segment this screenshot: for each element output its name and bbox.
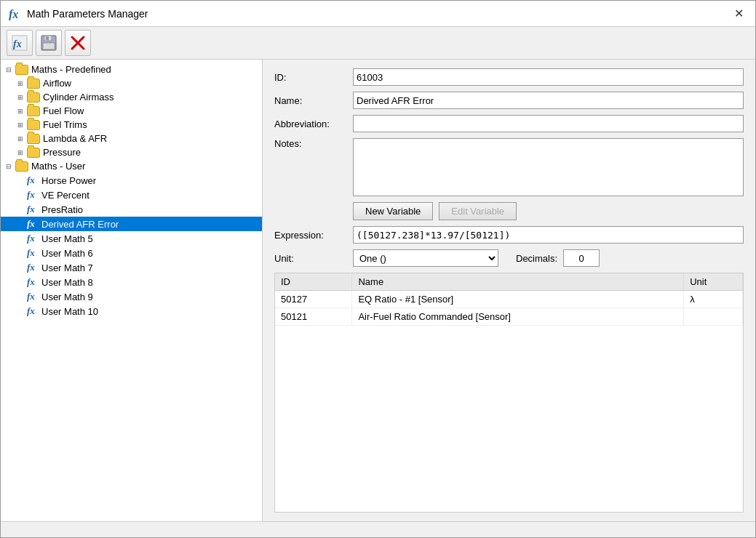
tree-label-fuel-flow: Fuel Flow [43, 105, 84, 116]
app-icon: fx [8, 7, 21, 20]
tree-label-cylinder-airmass: Cylinder Airmass [43, 92, 114, 103]
tree-item-pres-ratio[interactable]: fx PresRatio [1, 202, 262, 217]
tree-item-pressure[interactable]: ⊞ Pressure [1, 145, 262, 159]
tree-label-user-math-7: User Math 7 [41, 262, 93, 273]
folder-icon-user [15, 161, 28, 172]
title-bar: fx Math Parameters Manager ✕ [1, 1, 755, 27]
cell-name-50127: EQ Ratio - #1 [Sensor] [352, 291, 684, 308]
tree-label-pres-ratio: PresRatio [41, 204, 83, 215]
abbreviation-label: Abbreviation: [274, 119, 347, 129]
name-label: Name: [274, 95, 347, 106]
folder-icon-airflow [27, 79, 40, 89]
expand-icon-airflow: ⊞ [15, 79, 25, 89]
expand-icon-lambda-afr: ⊞ [15, 134, 25, 144]
cell-id-50127: 50127 [275, 291, 352, 308]
fx-icon-user-math-8: fx [27, 276, 39, 288]
tree-item-fuel-flow[interactable]: ⊞ Fuel Flow [1, 104, 262, 118]
table-header-row: ID Name Unit [275, 273, 743, 291]
expand-icon-pressure: ⊞ [15, 148, 25, 158]
notes-label: Notes: [274, 138, 347, 149]
new-variable-button[interactable]: New Variable [353, 202, 433, 220]
table-row[interactable]: 50127 EQ Ratio - #1 [Sensor] λ [275, 291, 743, 308]
title-bar-left: fx Math Parameters Manager [8, 7, 148, 20]
edit-variable-button[interactable]: Edit Variable [439, 202, 517, 220]
tree-group-user[interactable]: ⊟ Maths - User [1, 159, 262, 173]
tree-label-pressure: Pressure [43, 147, 81, 158]
tree-group-label: Maths - Predefined [31, 64, 111, 75]
delete-button[interactable] [65, 30, 91, 56]
tree-group-predefined[interactable]: ⊟ Maths - Predefined [1, 63, 262, 76]
svg-rect-5 [46, 36, 49, 40]
detail-panel: ID: Name: Abbreviation: Notes: New Varia… [263, 60, 755, 521]
tree-item-user-math-6[interactable]: fx User Math 6 [1, 246, 262, 260]
fx-icon-user-math-7: fx [27, 262, 39, 273]
variable-buttons: New Variable Edit Variable [353, 202, 744, 220]
notes-row: Notes: [274, 138, 744, 196]
notes-input[interactable] [353, 138, 744, 196]
tree-item-user-math-8[interactable]: fx User Math 8 [1, 275, 262, 289]
expand-icon-fuel-trims: ⊞ [15, 120, 25, 130]
fx-icon-user-math-5: fx [27, 233, 39, 244]
expression-input[interactable] [353, 226, 744, 244]
folder-icon-fuel-trims [27, 120, 40, 130]
tree-item-ve-percent[interactable]: fx VE Percent [1, 188, 262, 202]
tree-item-user-math-7[interactable]: fx User Math 7 [1, 260, 262, 275]
svg-text:fx: fx [13, 39, 22, 49]
unit-row: Unit: One () Decimals: [274, 249, 744, 267]
table-row[interactable]: 50121 Air-Fuel Ratio Commanded [Sensor] [275, 308, 743, 326]
abbreviation-row: Abbreviation: [274, 115, 744, 132]
decimals-label: Decimals: [516, 253, 557, 264]
tree-item-user-math-5[interactable]: fx User Math 5 [1, 231, 262, 246]
id-row: ID: [274, 68, 744, 86]
cell-unit-50127: λ [684, 291, 743, 308]
expand-icon-user-group: ⊟ [4, 161, 14, 172]
abbreviation-input[interactable] [353, 115, 744, 132]
fx-icon-user-math-10: fx [27, 305, 39, 317]
id-label: ID: [274, 72, 347, 83]
variables-table-container: ID Name Unit 50127 EQ Ratio - #1 [Sensor… [274, 273, 744, 513]
main-window: fx Math Parameters Manager ✕ fx [0, 0, 756, 538]
tree-label-derived-afr-error: Derived AFR Error [41, 219, 119, 230]
tree-label-lambda-afr: Lambda & AFR [43, 133, 107, 144]
status-bar [1, 521, 755, 537]
name-input[interactable] [353, 92, 744, 109]
col-header-name: Name [352, 273, 684, 291]
cell-id-50121: 50121 [275, 308, 352, 326]
main-area: ⊟ Maths - Predefined ⊞ Airflow ⊞ Cylinde… [1, 60, 755, 521]
close-button[interactable]: ✕ [730, 5, 748, 22]
tree-label-user-math-5: User Math 5 [41, 233, 93, 244]
folder-icon-lambda-afr [27, 134, 40, 144]
expand-icon-cylinder-airmass: ⊞ [15, 92, 25, 103]
cell-name-50121: Air-Fuel Ratio Commanded [Sensor] [352, 308, 684, 326]
tree-label-user-math-8: User Math 8 [41, 277, 93, 288]
tree-item-derived-afr-error[interactable]: fx Derived AFR Error [1, 217, 262, 231]
unit-select[interactable]: One () [353, 249, 498, 267]
fx-icon-user-math-9: fx [27, 291, 39, 302]
tree-item-cylinder-airmass[interactable]: ⊞ Cylinder Airmass [1, 90, 262, 104]
tree-panel: ⊟ Maths - Predefined ⊞ Airflow ⊞ Cylinde… [1, 60, 263, 521]
tree-item-user-math-10[interactable]: fx User Math 10 [1, 304, 262, 318]
tree-item-fuel-trims[interactable]: ⊞ Fuel Trims [1, 118, 262, 132]
save-button[interactable] [36, 30, 62, 56]
tree-label-fuel-trims: Fuel Trims [43, 119, 87, 130]
fx-icon-pres-ratio: fx [27, 204, 39, 215]
tree-item-horse-power[interactable]: fx Horse Power [1, 173, 262, 188]
new-math-button[interactable]: fx [7, 30, 33, 56]
decimals-input[interactable] [563, 249, 600, 267]
tree-item-lambda-afr[interactable]: ⊞ Lambda & AFR [1, 132, 262, 145]
id-input[interactable] [353, 68, 744, 86]
tree-label-ve-percent: VE Percent [41, 190, 89, 201]
window-title: Math Parameters Manager [27, 8, 148, 20]
tree-group-user-label: Maths - User [31, 161, 85, 172]
expand-icon-fuel-flow: ⊞ [15, 106, 25, 116]
tree-item-user-math-9[interactable]: fx User Math 9 [1, 289, 262, 304]
tree-label-horse-power: Horse Power [41, 175, 96, 186]
table-body: 50127 EQ Ratio - #1 [Sensor] λ 50121 Air… [275, 291, 743, 326]
tree-label-user-math-10: User Math 10 [41, 306, 98, 317]
toolbar: fx [1, 27, 755, 60]
tree-item-airflow[interactable]: ⊞ Airflow [1, 76, 262, 90]
fx-icon-ve-percent: fx [27, 189, 39, 201]
folder-icon-cylinder-airmass [27, 92, 40, 103]
name-row: Name: [274, 92, 744, 109]
tree-label-airflow: Airflow [43, 78, 71, 89]
